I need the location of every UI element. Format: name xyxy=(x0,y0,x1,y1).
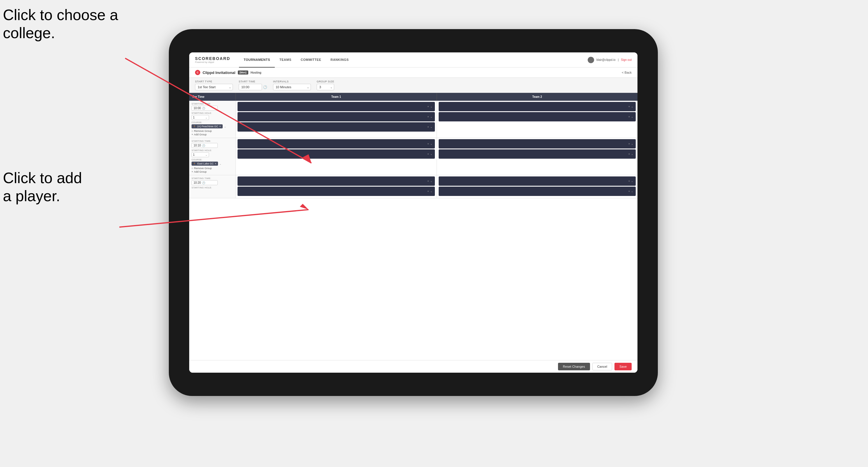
time-icon-3: 🕐 xyxy=(202,181,205,184)
group-size-select[interactable]: 3 xyxy=(317,84,334,90)
scoreboard-title: SCOREBOARD xyxy=(195,56,230,61)
sign-out-link[interactable]: Sign out xyxy=(621,58,632,61)
intervals-group: Intervals 10 Minutes xyxy=(273,80,311,90)
course-add-2[interactable]: ⌄ xyxy=(219,162,221,165)
start-type-select-wrap: 1st Tee Start xyxy=(195,84,233,90)
time-input-3: 10:20 🕐 xyxy=(191,180,218,185)
main-content: Tee Time Team 1 Team 2 STARTING TIME: 10… xyxy=(189,93,638,360)
player-slot-t1r3s1[interactable]: ×⌄ xyxy=(238,177,435,186)
group-size-select-wrap: 3 xyxy=(317,84,334,90)
starting-hole-label-1: STARTING HOLE: xyxy=(191,112,233,115)
add-group-1[interactable]: + Add Group xyxy=(191,133,233,136)
hole-select-1[interactable]: 1 ⌄ xyxy=(191,115,209,120)
remove-group-1[interactable]: ○ Remove Group xyxy=(191,130,233,132)
back-button[interactable]: < Back xyxy=(622,71,632,74)
table-header: Tee Time Team 1 Team 2 xyxy=(189,93,638,101)
player-slot-t1r1s1[interactable]: ×⌄ xyxy=(238,102,435,111)
table-area: Tee Time Team 1 Team 2 STARTING TIME: 10… xyxy=(189,93,638,360)
tablet-screen: SCOREBOARD Powered by clippd TOURNAMENTS… xyxy=(189,53,638,373)
course-label-1: COURSE: xyxy=(191,121,233,124)
player-slot-t1r1s3[interactable]: ×⌄ xyxy=(238,122,435,132)
course-tag-1a[interactable]: 🏌 (A) Peachtree GC × xyxy=(191,124,223,128)
tab-committee[interactable]: COMMITTEE xyxy=(296,53,326,67)
tee-cell-1: STARTING TIME: 10:00 🕐 STARTING HOLE: 1 … xyxy=(189,101,236,138)
sub-header: C Clippd Invitational (Men) Hosting < Ba… xyxy=(189,67,638,78)
team1-cell-row2: ×⌄ ×⌄ xyxy=(236,138,437,175)
tab-tournaments[interactable]: TOURNAMENTS xyxy=(239,53,275,67)
save-button[interactable]: Save xyxy=(615,363,632,370)
player-slot-t2r1s2[interactable]: ×⌄ xyxy=(439,112,636,121)
reset-changes-button[interactable]: Reset Changes xyxy=(558,363,590,370)
footer: Reset Changes Cancel Save xyxy=(189,360,638,373)
gender-badge: (Men) xyxy=(238,70,248,74)
annotation-top-line1: Click to choose a xyxy=(3,6,118,23)
group-actions-2: ○ Remove Group + Add Group xyxy=(191,167,233,173)
tee-cell-3: STARTING TIME: 10:20 🕐 STARTING HOLE: xyxy=(189,175,236,198)
tournament-name: Clippd Invitational xyxy=(203,70,236,75)
th-team2: Team 2 xyxy=(437,93,638,101)
group-size-group: Group Size 3 xyxy=(317,80,334,90)
header: SCOREBOARD Powered by clippd TOURNAMENTS… xyxy=(189,53,638,67)
form-row: Start Type 1st Tee Start Start Time 🕐 In… xyxy=(189,78,638,93)
time-icon-2: 🕐 xyxy=(202,144,205,147)
remove-group-2[interactable]: ○ Remove Group xyxy=(191,167,233,170)
course-tag-2a[interactable]: 🏌 East Lake GC × xyxy=(191,162,218,166)
tablet-frame: SCOREBOARD Powered by clippd TOURNAMENTS… xyxy=(169,29,658,396)
intervals-select[interactable]: 10 Minutes xyxy=(273,84,311,90)
intervals-select-wrap: 10 Minutes xyxy=(273,84,311,90)
starting-hole-label-3: STARTING HOLE: xyxy=(191,186,233,189)
th-tee-time: Tee Time xyxy=(189,93,236,101)
start-time-group: Start Time 🕐 xyxy=(239,80,267,90)
starting-time-label-3: STARTING TIME: xyxy=(191,177,233,180)
nav-tabs: TOURNAMENTS TEAMS COMMITTEE RANKINGS xyxy=(239,53,588,67)
start-type-select[interactable]: 1st Tee Start xyxy=(195,84,233,90)
team2-cell-row1: ×⌄ ×⌄ xyxy=(437,101,638,138)
player-slot-t1r1s2[interactable]: ×⌄ xyxy=(238,112,435,121)
player-slot-t2r3s1[interactable]: ×⌄ xyxy=(439,177,636,186)
tee-row-1: STARTING TIME: 10:00 🕐 STARTING HOLE: 1 … xyxy=(189,101,638,138)
annotation-bottom: Click to add a player. xyxy=(3,169,131,205)
starting-time-label-2: STARTING TIME: xyxy=(191,140,233,143)
player-slot-t1r3s2[interactable]: ×⌄ xyxy=(238,187,435,196)
course-remove-2a[interactable]: × xyxy=(215,162,216,165)
clippd-icon: C xyxy=(195,70,200,75)
player-slot-t2r3s2[interactable]: ×⌄ xyxy=(439,187,636,196)
group-size-label: Group Size xyxy=(317,80,334,83)
start-type-group: Start Type 1st Tee Start xyxy=(195,80,233,90)
tee-row-2: STARTING TIME: 10:10 🕐 STARTING HOLE: 1 … xyxy=(189,138,638,175)
annotation-top: Click to choose a college. xyxy=(3,6,149,42)
tee-row-3: STARTING TIME: 10:20 🕐 STARTING HOLE: ×⌄ xyxy=(189,175,638,198)
powered-by: Powered by clippd xyxy=(195,61,230,63)
player-slot-t2r1s1[interactable]: ×⌄ xyxy=(439,102,636,111)
hole-select-2[interactable]: 1 ⌄ xyxy=(191,152,209,157)
add-group-2[interactable]: + Add Group xyxy=(191,170,233,173)
starting-hole-label-2: STARTING HOLE: xyxy=(191,149,233,152)
th-team1: Team 1 xyxy=(236,93,437,101)
time-icon-1: 🕐 xyxy=(202,107,205,110)
tee-cell-2: STARTING TIME: 10:10 🕐 STARTING HOLE: 1 … xyxy=(189,138,236,175)
player-slot-t2r2s1[interactable]: ×⌄ xyxy=(439,139,636,149)
team1-cell-row3: ×⌄ ×⌄ xyxy=(236,175,437,198)
intervals-label: Intervals xyxy=(273,80,311,83)
course-add-1[interactable]: ⌄ xyxy=(224,125,226,128)
annotation-bottom-line1: Click to add xyxy=(3,169,82,186)
team2-cell-row3: ×⌄ ×⌄ xyxy=(437,175,638,198)
team1-cell-row1: ×⌄ ×⌄ ×⌄ xyxy=(236,101,437,138)
player-slot-t1r2s1[interactable]: ×⌄ xyxy=(238,139,435,149)
tab-teams[interactable]: TEAMS xyxy=(275,53,296,67)
hosting-label: Hosting xyxy=(251,71,261,74)
start-time-input[interactable] xyxy=(239,84,262,90)
course-remove-1a[interactable]: × xyxy=(219,125,221,128)
tab-rankings[interactable]: RANKINGS xyxy=(326,53,353,67)
scoreboard-logo: SCOREBOARD Powered by clippd xyxy=(195,56,230,63)
time-input-2: 10:10 🕐 xyxy=(191,143,218,148)
starting-time-label-1: STARTING TIME: xyxy=(191,102,233,105)
player-slot-t1r2s2[interactable]: ×⌄ xyxy=(238,149,435,159)
header-right: blair@clippd.io | Sign out xyxy=(588,57,632,63)
start-time-icon: 🕐 xyxy=(263,85,267,89)
start-type-label: Start Type xyxy=(195,80,233,83)
user-email: blair@clippd.io xyxy=(596,58,616,61)
tournament-title: C Clippd Invitational (Men) Hosting xyxy=(195,70,261,75)
player-slot-t2r2s2[interactable]: ×⌄ xyxy=(439,149,636,159)
cancel-button[interactable]: Cancel xyxy=(592,363,612,370)
